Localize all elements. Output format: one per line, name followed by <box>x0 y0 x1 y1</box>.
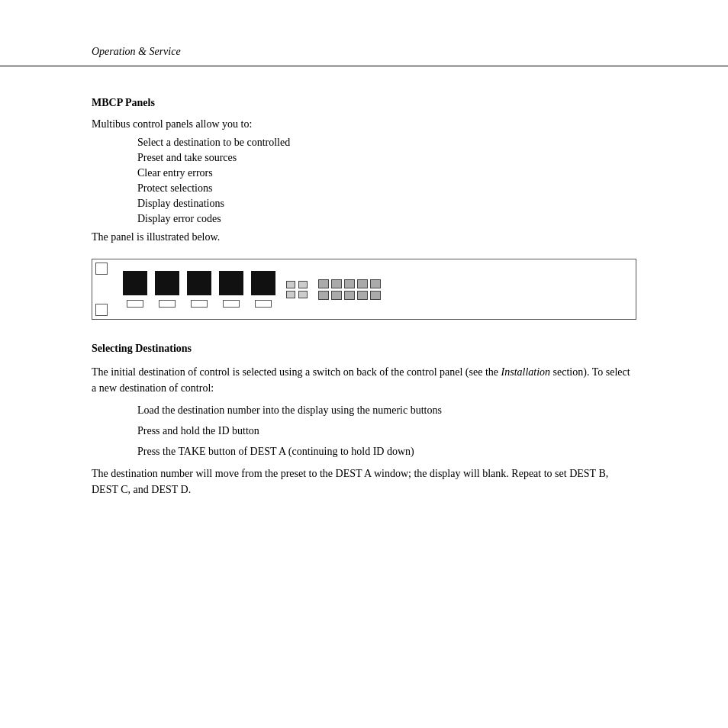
sub-5 <box>255 300 272 308</box>
final-text: The destination number will move from th… <box>92 465 636 498</box>
sub-1 <box>127 300 143 308</box>
sub-bullet-2: Press and hold the ID button <box>137 423 636 439</box>
r6 <box>318 291 329 300</box>
r3 <box>344 279 355 288</box>
r1 <box>318 279 329 288</box>
btn-group-5 <box>251 271 275 308</box>
r2 <box>331 279 342 288</box>
btn-group-3 <box>187 271 211 308</box>
mbcp-title: MBCP Panels <box>92 97 636 109</box>
panel-corner-tl <box>95 263 108 275</box>
small-sq-2b <box>298 291 308 298</box>
sub-bullet-3: Press the TAKE button of DEST A (continu… <box>137 443 636 459</box>
bullet-4: Protect selections <box>137 182 636 195</box>
bullet-2: Preset and take sources <box>137 152 636 164</box>
panel-corner-bl <box>95 304 108 316</box>
sub-bullet-1: Load the destination number into the dis… <box>137 402 636 418</box>
panel-caption: The panel is illustrated below. <box>92 231 636 243</box>
select-dest-bullets: Load the destination number into the dis… <box>137 402 636 459</box>
sub-2 <box>159 300 176 308</box>
r8 <box>344 291 355 300</box>
bullet-1: Select a destination to be controlled <box>137 137 636 149</box>
small-sq-2a <box>298 281 308 288</box>
installation-italic: Installation <box>501 366 551 378</box>
page: Operation & Service MBCP Panels Multibus… <box>0 0 728 728</box>
select-dest-intro: The initial destination of control is se… <box>92 364 636 396</box>
panel-big-buttons <box>123 271 275 308</box>
small-sq-1a <box>286 281 295 288</box>
big-btn-5 <box>251 271 275 295</box>
r5 <box>370 279 381 288</box>
btn-group-4 <box>219 271 243 308</box>
btn-group-2 <box>155 271 179 308</box>
content: MBCP Panels Multibus control panels allo… <box>0 66 728 528</box>
small-pair-2 <box>298 281 308 298</box>
select-dest-title: Selecting Destinations <box>92 343 636 355</box>
mbcp-intro: Multibus control panels allow you to: <box>92 118 636 130</box>
small-sq-1b <box>286 291 295 298</box>
panel-right-grid <box>318 279 381 300</box>
r7 <box>331 291 342 300</box>
btn-group-1 <box>123 271 147 308</box>
big-btn-4 <box>219 271 243 295</box>
big-btn-1 <box>123 271 147 295</box>
right-row-1 <box>318 279 381 288</box>
header-title: Operation & Service <box>92 46 181 58</box>
bullet-6: Display error codes <box>137 213 636 225</box>
big-btn-3 <box>187 271 211 295</box>
right-row-2 <box>318 291 381 300</box>
header: Operation & Service <box>0 0 728 66</box>
sub-3 <box>191 300 208 308</box>
panel-small-pairs <box>286 281 308 298</box>
sub-4 <box>223 300 240 308</box>
r4 <box>357 279 368 288</box>
r10 <box>370 291 381 300</box>
panel-illustration <box>92 259 636 320</box>
big-btn-2 <box>155 271 179 295</box>
small-pair-1 <box>286 281 295 298</box>
bullet-5: Display destinations <box>137 198 636 210</box>
bullet-3: Clear entry errors <box>137 167 636 179</box>
r9 <box>357 291 368 300</box>
mbcp-bullets: Select a destination to be controlled Pr… <box>137 137 636 225</box>
